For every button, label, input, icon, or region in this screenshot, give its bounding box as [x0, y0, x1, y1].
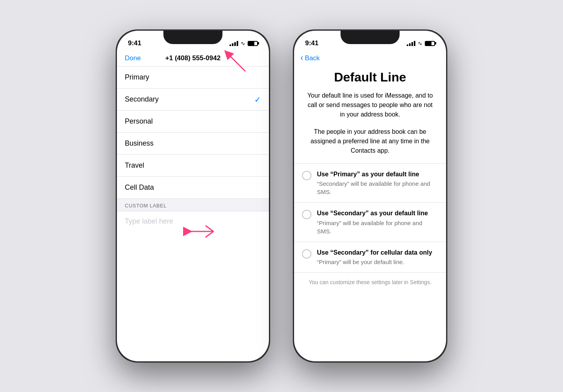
status-time-1: 9:41 — [128, 39, 141, 47]
list-item-secondary[interactable]: Secondary ✓ — [117, 89, 269, 111]
signal-icon-1 — [230, 41, 238, 46]
radio-text-3: Use “Secondary” for cellular data only “… — [317, 248, 432, 266]
done-button[interactable]: Done — [125, 54, 141, 62]
radio-circle-1 — [302, 171, 311, 180]
battery-icon-2 — [425, 41, 435, 46]
list-item-primary[interactable]: Primary — [117, 67, 269, 89]
checkmark-icon: ✓ — [254, 95, 261, 104]
wifi-icon-2: ∿ — [418, 40, 422, 46]
phone-1-screen: 9:41 ∿ Done +1 (408) 555-0942 Primary — [117, 31, 269, 361]
back-nav: ‹ Back — [294, 50, 446, 66]
chevron-left-icon: ‹ — [300, 54, 303, 62]
radio-option-1[interactable]: Use “Primary” as your default line “Seco… — [294, 164, 446, 203]
radio-option-3[interactable]: Use “Secondary” for cellular data only “… — [294, 242, 446, 273]
custom-label-header: CUSTOM LABEL — [117, 199, 269, 211]
list-item-business[interactable]: Business — [117, 133, 269, 155]
list-item-travel[interactable]: Travel — [117, 155, 269, 177]
back-button[interactable]: ‹ Back — [300, 54, 320, 62]
battery-icon-1 — [248, 41, 258, 46]
footer-note: You can customize these settings later i… — [294, 273, 446, 292]
radio-text-1: Use “Primary” as your default line “Seco… — [317, 170, 438, 196]
radio-circle-2 — [302, 210, 311, 219]
page-title: Default Line — [294, 66, 446, 91]
custom-label-input[interactable]: Type label here — [117, 211, 269, 231]
description-2: The people in your address book can be a… — [294, 127, 446, 163]
phone-1: 9:41 ∿ Done +1 (408) 555-0942 Primary — [116, 30, 270, 362]
wifi-icon-1: ∿ — [241, 40, 245, 46]
list-item-personal[interactable]: Personal — [117, 111, 269, 133]
radio-text-2: Use “Secondary” as your default line “Pr… — [317, 209, 438, 235]
description-1: Your default line is used for iMessage, … — [294, 91, 446, 127]
nav-title-1: +1 (408) 555-0942 — [165, 54, 220, 62]
signal-icon-2 — [407, 41, 415, 46]
notch-1 — [163, 31, 222, 44]
list-item-celldata[interactable]: Cell Data — [117, 177, 269, 199]
radio-circle-3 — [302, 249, 311, 259]
nav-bar-1: Done +1 (408) 555-0942 — [117, 50, 269, 67]
notch-2 — [341, 31, 400, 44]
radio-option-2[interactable]: Use “Secondary” as your default line “Pr… — [294, 203, 446, 242]
status-icons-2: ∿ — [407, 40, 435, 46]
status-time-2: 9:41 — [305, 39, 319, 47]
phone-2-screen: 9:41 ∿ ‹ Back Default Line — [294, 31, 446, 361]
status-icons-1: ∿ — [230, 40, 258, 46]
phone-2: 9:41 ∿ ‹ Back Default Line — [293, 30, 447, 362]
